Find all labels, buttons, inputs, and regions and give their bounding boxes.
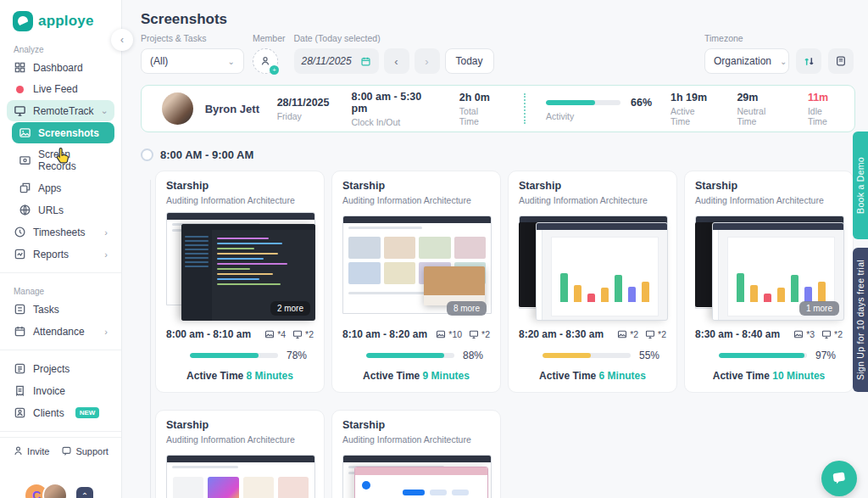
globe-icon [19,204,31,216]
free-trial-tab[interactable]: Sign Up for 10 days free trial [853,248,868,392]
member-name: Byron Jett [205,103,277,115]
screenshot-thumbnail[interactable]: 2 more [166,212,314,321]
chat-widget-button[interactable] [821,461,857,496]
activity-progress-track [546,100,620,105]
screenshot-card[interactable]: Starship Auditing Information Architectu… [331,410,501,498]
free-trial-label: Sign Up for 10 days free trial [855,260,865,380]
sidebar-item-apps[interactable]: Apps [12,177,114,199]
sidebar-footer: Invite Support [0,437,121,464]
screenshot-card[interactable]: Starship Auditing Information Architectu… [155,171,325,393]
more-count-badge[interactable]: 2 more [270,301,310,316]
chevron-down-icon: ⌄ [228,57,235,66]
sidebar-item-reports[interactable]: Reports › [7,243,114,265]
sidebar-item-remotetrack[interactable]: RemoteTrack ⌄ [7,100,114,121]
timezone-label: Timezone [704,33,789,43]
time-range-toggle[interactable] [141,148,153,161]
active-time-label: Active Time [670,106,715,126]
screenshot-card[interactable]: Starship Auditing Information Architectu… [508,171,677,393]
sort-order-button[interactable] [796,48,821,74]
sidebar-item-label: Reports [33,249,69,260]
screenshot-card[interactable]: Starship Auditing Information Architectu… [155,410,325,498]
card-task: Auditing Information Architecture [342,434,490,445]
card-active-value: 10 Minutes [772,370,825,382]
image-icon [19,126,31,139]
card-project: Starship [695,180,843,192]
time-range-header: 8:00 AM - 9:00 AM [122,132,868,161]
card-project: Starship [342,180,490,192]
chevron-right-icon: › [104,227,108,238]
card-progress-track [366,353,454,358]
invoice-icon [14,384,26,397]
sidebar-collapse-button[interactable]: ‹ [111,29,133,51]
sidebar-item-dashboard[interactable]: Dashboard [7,57,114,78]
filter-bar: Projects & Tasks (All) ⌄ Member + Date (… [122,28,868,74]
prev-day-button[interactable]: ‹ [384,48,409,74]
projects-tasks-value: (All) [150,55,168,67]
more-count-badge[interactable]: 8 more [447,301,487,316]
apploye-logo-text: apploye [38,13,94,30]
screenshot-thumbnail[interactable]: 8 more [342,212,490,321]
card-active-label: Active Time [713,370,770,382]
monitor-count: *2 [658,329,666,339]
monitor-count: *2 [481,329,490,339]
screenshot-thumbnail[interactable] [166,451,314,498]
sidebar-item-clients[interactable]: Clients NEW [7,402,114,423]
notes-button[interactable] [828,48,854,74]
timezone-select[interactable]: Organization ⌄ [704,48,789,74]
neutral-time-value: 29m [737,92,785,104]
card-project: Starship [166,419,314,431]
screenshot-card[interactable]: Starship Auditing Information Architectu… [684,171,854,393]
sidebar-item-label: Apps [38,182,61,194]
card-progress-fill [190,353,259,358]
sidebar-item-screenshots[interactable]: Screenshots [12,122,114,143]
invite-button[interactable]: Invite [13,445,49,456]
screenshot-card[interactable]: Starship Auditing Information Architectu… [331,171,501,393]
activity-col: 66% Activity [546,97,652,121]
new-badge: NEW [75,407,100,418]
activity-progress-fill [546,100,595,105]
clock-in-out-value: 8:00 am - 5:30 pm [352,91,437,115]
card-task: Auditing Information Architecture [519,195,666,205]
date-input[interactable]: 28/11/2025 [294,48,379,74]
summary-clock-col: 8:00 am - 5:30 pm Clock In/Out [352,91,437,127]
sidebar-item-label: Attendance [33,326,85,338]
add-member-button[interactable]: + [253,48,278,74]
sidebar-item-tasks[interactable]: Tasks [7,299,114,320]
screenshot-count-icon [617,329,627,339]
card-progress-track [719,353,807,358]
book-a-demo-tab[interactable]: Book a Demo [853,131,868,239]
chevron-up-icon[interactable]: ⌃ [76,487,93,498]
sidebar-item-invoice[interactable]: Invoice [7,380,114,401]
next-day-button[interactable]: › [415,48,440,74]
social-logo-mock [362,481,370,490]
dashboard-grid-icon [14,61,26,74]
support-button[interactable]: Support [61,445,108,456]
screenshot-thumbnail[interactable]: 1 more [695,212,843,321]
active-time-value: 1h 19m [670,92,715,104]
neutral-time-col: 29m Neutral Time [737,92,785,126]
hand-cursor-icon [53,146,73,168]
more-count-badge[interactable]: 1 more [799,301,839,316]
projects-tasks-select[interactable]: (All) ⌄ [141,48,244,74]
card-percent: 78% [287,350,307,361]
card-active-value: 6 Minutes [599,370,646,382]
sidebar-item-projects[interactable]: Projects [7,358,114,379]
screenshot-thumbnail[interactable] [519,212,666,321]
idle-time-value: 11m [808,92,843,104]
monitor-icon [14,104,26,117]
screenshot-thumbnail[interactable] [342,451,490,498]
sidebar-item-urls[interactable]: URLs [12,199,114,221]
workspace-switcher[interactable]: C ⌃ [24,483,93,498]
sidebar-item-timesheets[interactable]: Timesheets › [7,221,114,243]
monitor-count: *2 [305,329,314,339]
screenshot-count-icon [264,329,275,339]
sidebar-item-live-feed[interactable]: Live Feed [7,79,114,99]
divider [0,272,121,273]
screenshot-count: *2 [630,329,638,339]
app-logo[interactable]: apploye [0,0,121,31]
sidebar-item-attendance[interactable]: Attendance › [7,321,114,342]
today-button[interactable]: Today [445,48,494,74]
card-task: Auditing Information Architecture [342,195,490,205]
card-active-label: Active Time [539,370,596,382]
dotted-separator [524,93,526,124]
